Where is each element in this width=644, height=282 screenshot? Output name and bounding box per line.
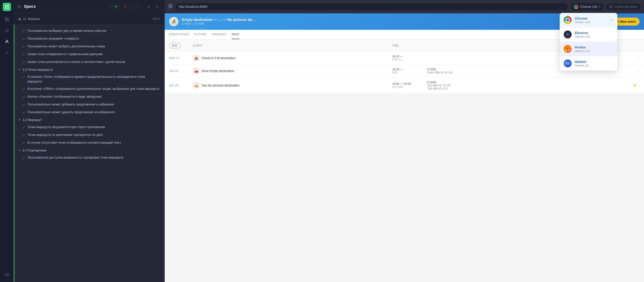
app-logo[interactable] bbox=[3, 3, 11, 11]
features-icon: ▣ bbox=[18, 17, 21, 21]
list-item: ✓Точки маршрута загружаются при старте п… bbox=[14, 123, 164, 131]
event-name-cell-3: 🚕 Taxi No pictures destination bbox=[193, 82, 390, 88]
chevron-down-icon: ▾ bbox=[599, 5, 600, 8]
day-button-cell[interactable]: DAY bbox=[169, 43, 191, 48]
specs-actions: ▾ ↻ bbox=[145, 3, 161, 10]
star-icon-3[interactable]: ★ bbox=[633, 83, 637, 88]
list-item: ✓Пользователь указывает стоимость bbox=[14, 35, 164, 43]
expand-chevron-3[interactable]: › bbox=[638, 84, 640, 87]
list-icon[interactable] bbox=[2, 26, 12, 35]
section-12-header[interactable]: ▼ 1.2 Маршрут bbox=[14, 116, 164, 123]
browser-option-chrome[interactable]: Chrome Version 116 ✓ bbox=[560, 13, 617, 27]
svg-rect-3 bbox=[7, 7, 8, 9]
specs-menu-icon bbox=[17, 5, 21, 8]
svg-rect-5 bbox=[7, 18, 8, 19]
resolution-text: 1280x1000 (61%) bbox=[614, 5, 637, 9]
browser-option-electron[interactable]: ⚛ Electron Version 106 bbox=[560, 27, 617, 42]
trip-dates: 17 FEB — 21 APR bbox=[182, 22, 578, 25]
features-list: ✓Пользователь выбирает дату и время нача… bbox=[14, 25, 164, 282]
expand-chevron-1[interactable]: › bbox=[638, 56, 640, 60]
event-time-3: 19:00 — 02:00 07H 00M bbox=[392, 82, 426, 88]
chevron-down-btn[interactable]: ▾ bbox=[145, 3, 152, 10]
failed-badge: ✗ -- bbox=[122, 4, 132, 9]
svg-point-11 bbox=[6, 40, 8, 42]
chrome-selected-check: ✓ bbox=[610, 18, 614, 23]
browser-panel: http://localhost:8080/ Chrome 116 ▾ 1280… bbox=[165, 0, 644, 282]
tab-present[interactable]: PRESENT bbox=[212, 30, 226, 39]
section-17-header[interactable]: ▼ 1.7 Сортировка bbox=[14, 147, 164, 154]
tab-future[interactable]: FUTURE bbox=[194, 30, 206, 39]
svg-rect-0 bbox=[5, 5, 6, 7]
section-17-items: ✓Пользователю доступна возможность сорти… bbox=[14, 154, 164, 162]
svg-rect-7 bbox=[7, 20, 8, 21]
settings-icon[interactable] bbox=[2, 48, 12, 57]
trip-avatar: 🏖 bbox=[169, 17, 178, 26]
specs-panel: Specs ✓ 69 ✗ -- ○ -- ▾ ↻ ▣ all features … bbox=[14, 0, 165, 282]
checkin-icon: 🏨 bbox=[193, 55, 199, 61]
globe-icon bbox=[168, 4, 173, 10]
tab-everything[interactable]: EVERYTHING bbox=[169, 30, 189, 39]
browser-option-firefox[interactable]: 🦊 Firefox Version 113 bbox=[560, 42, 617, 56]
list-item: ✓Пользователь может выбрать дополнительн… bbox=[14, 43, 164, 51]
chrome-browser-icon bbox=[564, 16, 572, 24]
chrome-version: Version 116 bbox=[575, 21, 590, 24]
url-text: http://localhost:8080/ bbox=[179, 5, 208, 9]
check-icon: ✓ bbox=[23, 102, 25, 107]
features-header: ▣ all features 00:57 bbox=[14, 13, 164, 25]
list-item: ✓Пользовательно может добавить предложен… bbox=[14, 101, 164, 108]
check-icon: ✓ bbox=[23, 87, 25, 92]
specs-header: Specs ✓ 69 ✗ -- ○ -- ▾ ↻ bbox=[14, 0, 164, 13]
event-col-header: EVENT bbox=[193, 44, 390, 47]
timer: 00:57 bbox=[153, 17, 160, 21]
event-name-2: Drive Empty destination bbox=[202, 69, 234, 73]
url-bar[interactable]: http://localhost:8080/ bbox=[175, 3, 568, 10]
svg-rect-13 bbox=[5, 273, 9, 276]
passed-badge: ✓ 69 bbox=[108, 4, 120, 9]
check-icon: ✓ bbox=[23, 60, 25, 65]
section-13-items: ✓В колонке «Time» отображается время и п… bbox=[14, 73, 164, 116]
event-actions-3: ★ › bbox=[626, 83, 640, 88]
day-filter-button[interactable]: DAY bbox=[169, 43, 181, 48]
event-name-cell-1: 🏨 Check-in Full destination bbox=[193, 55, 390, 61]
event-actions-1: › bbox=[626, 56, 640, 60]
event-name-1: Check-in Full destination bbox=[202, 56, 236, 60]
check-icon: ✓ bbox=[23, 156, 25, 160]
section-12-items: ✓Точки маршрута загружаются при старте п… bbox=[14, 123, 164, 147]
event-time-1: 16:25 — 02D 00… bbox=[392, 55, 426, 61]
all-label: all bbox=[23, 17, 26, 21]
check-icon: ✓ bbox=[23, 133, 25, 138]
specs-title: Specs bbox=[24, 4, 36, 9]
event-actions-2: › bbox=[626, 69, 640, 73]
users-icon[interactable] bbox=[2, 37, 12, 46]
pending-badge: ○ -- bbox=[133, 4, 142, 9]
check-icon: ✓ bbox=[23, 95, 25, 99]
tab-past[interactable]: PAST bbox=[232, 30, 240, 39]
list-item: ✓Точки маршрута по умолчанию сортируются… bbox=[14, 131, 164, 139]
section-13-header[interactable]: ▼ 1.3 Точка маршрута bbox=[14, 66, 164, 73]
svg-point-12 bbox=[6, 52, 7, 53]
list-item: ✓Пользователь выбирает дату и время нача… bbox=[14, 27, 164, 35]
browser-option-webkit[interactable]: ⟨W⟩ WebKit Version 16 bbox=[560, 56, 617, 71]
new-event-button[interactable]: + New event bbox=[614, 18, 640, 26]
resolution-badge: 1280x1000 (61%) bbox=[606, 4, 640, 10]
firefox-icon: 🦊 bbox=[564, 45, 572, 53]
svg-rect-6 bbox=[5, 20, 6, 21]
check-icon: ✓ bbox=[23, 29, 25, 34]
shortcuts-icon[interactable] bbox=[2, 270, 12, 279]
event-date-3: JUL 16 bbox=[169, 84, 191, 87]
event-name-3: Taxi No pictures destination bbox=[202, 84, 240, 87]
check-icon: ✓ bbox=[23, 37, 25, 41]
svg-rect-4 bbox=[5, 18, 6, 19]
event-date-1: NOV 17 bbox=[169, 56, 191, 60]
check-icon: ✓ bbox=[23, 75, 25, 80]
time-col-header: TIME bbox=[392, 44, 426, 47]
grid-icon[interactable] bbox=[2, 15, 12, 24]
expand-chevron-2[interactable]: › bbox=[638, 69, 640, 73]
refresh-btn[interactable]: ↻ bbox=[154, 3, 161, 10]
list-item: ✓Пользователю доступна возможность сорти… bbox=[14, 154, 164, 162]
browser-selector[interactable]: Chrome 116 ▾ bbox=[571, 3, 604, 10]
webkit-version: Version 16 bbox=[575, 64, 588, 67]
table-row: JUL 16 🚕 Taxi No pictures destination 19… bbox=[165, 77, 644, 93]
top-features: ✓Пользователь выбирает дату и время нача… bbox=[14, 27, 164, 66]
list-item: ✓Новая точка располагается в списке в со… bbox=[14, 58, 164, 66]
